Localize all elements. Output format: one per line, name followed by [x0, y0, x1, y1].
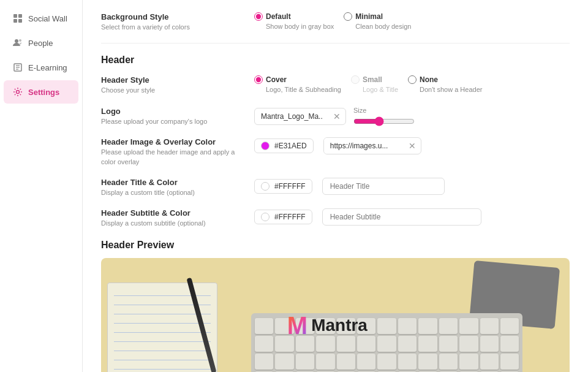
subtitle-color-input[interactable]: #FFFFFF — [254, 210, 312, 224]
header-image-url-wrap[interactable]: ✕ — [323, 137, 421, 154]
preview-logo-name: Mantra — [311, 316, 368, 335]
radio-small-desc: Logo & Title — [351, 86, 398, 93]
background-style-row: Background Style Select from a variety o… — [101, 12, 570, 32]
preview-logo-letter: M — [287, 311, 307, 339]
background-style-desc: Select from a variety of colors — [101, 23, 242, 32]
overlay-color-text: #E31AED — [274, 142, 307, 150]
logo-label-col: Logo Please upload your company's logo — [101, 107, 242, 126]
header-preview-section: Header Preview — [101, 240, 570, 372]
radio-small-input[interactable] — [351, 75, 360, 84]
logo-label: Logo — [101, 107, 242, 116]
overlay-color-swatch — [261, 142, 270, 150]
radio-default-input[interactable] — [254, 12, 263, 21]
sidebar-item-label: Settings — [28, 88, 59, 97]
logo-size-slider[interactable] — [353, 116, 415, 126]
header-style-label-col: Header Style Choose your style — [101, 75, 242, 95]
header-image-desc: Please upload the header image and apply… — [101, 148, 242, 167]
logo-row: Logo Please upload your company's logo ✕… — [101, 107, 570, 126]
header-subtitle-controls: #FFFFFF — [254, 208, 481, 226]
svg-rect-1 — [18, 14, 22, 18]
radio-cover[interactable]: Cover Logo, Title & Subheading — [254, 75, 341, 93]
logo-remove-button[interactable]: ✕ — [328, 109, 345, 124]
sidebar-item-e-learning[interactable]: E-Learning — [4, 56, 78, 79]
header-image-label: Header Image & Overlay Color — [101, 137, 242, 146]
title-color-input[interactable]: #FFFFFF — [254, 179, 312, 194]
radio-cover-desc: Logo, Title & Subheading — [254, 86, 341, 93]
book-icon — [12, 62, 23, 73]
title-color-swatch — [261, 182, 270, 191]
svg-rect-3 — [18, 19, 22, 23]
header-style-controls: Cover Logo, Title & Subheading Small Log… — [254, 75, 482, 93]
radio-default[interactable]: Default Show body in gray box — [254, 12, 334, 30]
radio-default-label: Default — [266, 12, 291, 21]
radio-minimal-desc: Clean body design — [344, 23, 411, 30]
preview-image: M Mantra — [101, 258, 570, 372]
logo-desc: Please upload your company's logo — [101, 117, 242, 126]
radio-none-label: None — [420, 75, 438, 84]
svg-rect-2 — [13, 19, 17, 23]
header-title-label-col: Header Title & Color Display a custom ti… — [101, 178, 242, 197]
radio-small-label: Small — [363, 75, 382, 84]
sidebar-item-settings[interactable]: Settings — [4, 80, 78, 104]
main-content: Background Style Select from a variety o… — [83, 0, 588, 372]
sidebar-item-people[interactable]: People — [4, 31, 78, 55]
header-style-label: Header Style — [101, 75, 242, 85]
header-image-remove-button[interactable]: ✕ — [404, 139, 421, 153]
background-style-label: Background Style — [101, 12, 242, 21]
size-label: Size — [353, 107, 415, 114]
svg-point-10 — [17, 91, 20, 94]
overlay-color-input[interactable]: #E31AED — [254, 139, 314, 153]
subtitle-color-swatch — [261, 213, 270, 221]
header-title-input[interactable] — [322, 178, 445, 195]
svg-point-4 — [15, 39, 18, 43]
background-style-label-col: Background Style Select from a variety o… — [101, 12, 242, 32]
header-title-row: Header Title & Color Display a custom ti… — [101, 178, 570, 197]
radio-small[interactable]: Small Logo & Title — [351, 75, 398, 93]
header-section-title: Header — [101, 55, 570, 66]
background-style-controls: Default Show body in gray box Minimal Cl… — [254, 12, 411, 30]
sidebar-item-label: E-Learning — [28, 63, 67, 72]
header-style-row: Header Style Choose your style Cover Log… — [101, 75, 570, 95]
header-title-label: Header Title & Color — [101, 178, 242, 187]
radio-minimal[interactable]: Minimal Clean body design — [344, 12, 411, 30]
header-title-controls: #FFFFFF — [254, 178, 445, 195]
radio-none-input[interactable] — [408, 75, 417, 84]
header-subtitle-label-col: Header Subtitle & Color Display a custom… — [101, 208, 242, 228]
header-subtitle-row: Header Subtitle & Color Display a custom… — [101, 208, 570, 228]
logo-controls: ✕ Size — [254, 107, 415, 126]
header-image-url-field[interactable] — [324, 138, 404, 154]
sidebar-item-label: Social Wall — [28, 14, 67, 23]
grid-icon — [12, 13, 23, 24]
sidebar: Social Wall People E-Learning — [0, 0, 83, 372]
radio-none-desc: Don't show a Header — [408, 86, 482, 93]
radio-minimal-label: Minimal — [355, 12, 383, 21]
header-subtitle-label: Header Subtitle & Color — [101, 208, 242, 218]
subtitle-color-text: #FFFFFF — [274, 213, 306, 221]
svg-point-5 — [19, 39, 21, 42]
logo-size-control: Size — [353, 107, 415, 126]
gear-icon — [12, 86, 23, 97]
radio-cover-label: Cover — [266, 75, 287, 84]
divider-1 — [101, 43, 570, 44]
logo-filename-field[interactable] — [255, 108, 328, 124]
radio-cover-input[interactable] — [254, 75, 263, 84]
header-subtitle-input[interactable] — [322, 208, 481, 226]
radio-none[interactable]: None Don't show a Header — [408, 75, 482, 93]
people-icon — [12, 37, 23, 48]
preview-title: Header Preview — [101, 240, 570, 251]
logo-filename-input[interactable]: ✕ — [254, 108, 346, 125]
header-image-label-col: Header Image & Overlay Color Please uplo… — [101, 137, 242, 167]
title-color-text: #FFFFFF — [274, 182, 306, 191]
radio-default-desc: Show body in gray box — [254, 23, 334, 30]
sidebar-item-social-wall[interactable]: Social Wall — [4, 7, 78, 30]
radio-minimal-input[interactable] — [344, 12, 352, 21]
header-image-row: Header Image & Overlay Color Please uplo… — [101, 137, 570, 167]
header-subtitle-desc: Display a custom subtitle (optional) — [101, 219, 242, 228]
header-title-desc: Display a custom title (optional) — [101, 188, 242, 197]
header-style-desc: Choose your style — [101, 86, 242, 95]
header-image-controls: #E31AED ✕ — [254, 137, 421, 154]
sidebar-item-label: People — [28, 39, 53, 48]
svg-rect-0 — [13, 14, 17, 18]
preview-logo-area: M Mantra — [287, 311, 368, 339]
